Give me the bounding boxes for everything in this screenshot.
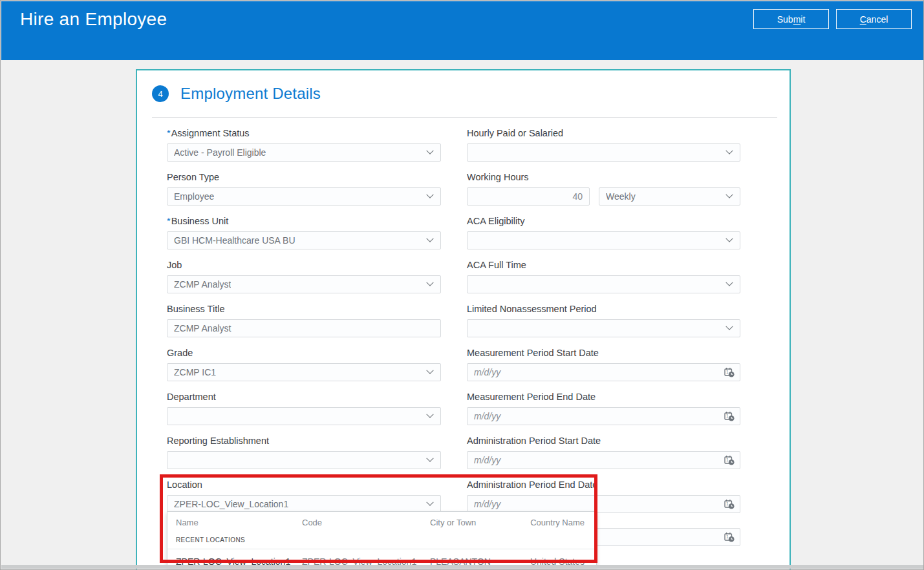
field-business-unit: *Business Unit GBI HCM-Healthcare USA BU [167,216,441,260]
grade-label: Grade [167,348,441,359]
department-label: Department [167,392,441,403]
business-unit-label: *Business Unit [167,216,441,227]
column-city-or-town: City or Town [430,518,527,527]
job-select[interactable]: ZCMP Analyst [167,275,441,293]
working-hours-input[interactable] [467,187,590,206]
column-country-name: Country Name [527,518,585,527]
measurement-period-start-date-label: Measurement Period Start Date [467,348,740,359]
job-label: Job [167,260,441,271]
hourly-paid-or-salaried-select[interactable] [467,143,740,162]
location-dropdown: Name Code City or Town Country Name RECE… [167,511,597,567]
field-reporting-establishment: Reporting Establishment [167,436,441,480]
section-divider [152,117,777,118]
hourly-paid-or-salaried-label: Hourly Paid or Salaried [467,128,740,139]
chevron-down-icon [426,411,433,418]
aca-full-time-select[interactable] [467,275,740,293]
submit-button[interactable]: Submit [753,9,829,29]
location-dropdown-header: Name Code City or Town Country Name [167,512,596,532]
field-hourly-paid-or-salaried: Hourly Paid or Salaried [467,128,740,172]
grade-select[interactable]: ZCMP IC1 [167,363,441,381]
business-title-input[interactable] [167,319,441,337]
business-unit-select[interactable]: GBI HCM-Healthcare USA BU [167,231,441,249]
location-select[interactable]: ZPER-LOC_View_Location1 [167,495,441,513]
person-type-select[interactable]: Employee [167,187,441,206]
limited-nonassessment-period-select[interactable] [467,319,740,337]
aca-full-time-label: ACA Full Time [467,260,740,271]
field-aca-full-time: ACA Full Time [467,260,740,304]
required-marker: * [167,128,171,138]
chevron-down-icon [426,235,433,242]
calendar-icon[interactable]: 1 [724,366,735,378]
field-job: Job ZCMP Analyst [167,260,441,304]
cancel-button[interactable]: Cancel [836,9,912,29]
field-assignment-status: *Assignment Status Active - Payroll Elig… [167,128,441,172]
field-measurement-period-start-date: Measurement Period Start Date 1 [467,348,740,392]
chevron-down-icon [426,191,433,198]
chevron-down-icon [426,499,433,506]
column-code: Code [302,518,430,527]
calendar-icon[interactable]: 1 [724,454,735,466]
working-hours-label: Working Hours [467,172,740,183]
required-marker: * [167,216,171,226]
hire-an-employee-page: Hire an Employee Submit Cancel 4 Employm… [0,0,924,570]
page-title: Hire an Employee [20,9,167,30]
department-select[interactable] [167,407,441,425]
limited-nonassessment-period-label: Limited Nonassessment Period [467,304,740,315]
chevron-down-icon [426,147,433,154]
calendar-icon[interactable]: 1 [724,498,735,510]
location-label: Location [167,480,441,491]
measurement-period-end-date-label: Measurement Period End Date [467,392,740,403]
chevron-down-icon [426,279,433,286]
working-hours-frequency-select[interactable]: Weekly [599,187,740,206]
field-person-type: Person Type Employee [167,172,441,216]
assignment-status-value: Active - Payroll Eligible [174,147,266,158]
bottom-scrollbar[interactable] [1,565,924,569]
svg-text:1: 1 [726,458,729,462]
assignment-status-select[interactable]: Active - Payroll Eligible [167,143,441,162]
measurement-period-end-date-input[interactable] [467,407,740,425]
field-department: Department [167,392,441,436]
aca-eligibility-label: ACA Eligibility [467,216,740,227]
calendar-icon[interactable]: 1 [724,410,735,422]
chevron-down-icon [426,455,433,462]
field-limited-nonassessment-period: Limited Nonassessment Period [467,304,740,348]
page-header: Hire an Employee Submit Cancel [1,1,924,60]
chevron-down-icon [725,323,733,330]
chevron-down-icon [725,147,733,154]
column-name: Name [176,518,302,527]
reporting-establishment-select[interactable] [167,451,441,469]
assignment-status-label: *Assignment Status [167,128,441,139]
section-title: Employment Details [180,85,321,103]
person-type-label: Person Type [167,172,441,183]
business-title-label: Business Title [167,304,441,315]
field-business-title: Business Title [167,304,441,348]
svg-text:1: 1 [726,414,729,418]
svg-text:1: 1 [726,501,729,506]
aca-eligibility-select[interactable] [467,231,740,249]
administration-period-end-date-label: Administration Period End Date [467,480,740,491]
measurement-period-start-date-input[interactable] [467,363,740,381]
chevron-down-icon [725,279,733,286]
chevron-down-icon [725,191,733,198]
section-header: 4 Employment Details [152,83,321,104]
recent-locations-group-label: RECENT LOCATIONS [167,532,596,549]
step-number-badge: 4 [152,85,169,102]
svg-text:1: 1 [726,370,729,374]
employment-details-panel: 4 Employment Details *Assignment Status … [136,69,791,570]
location-option-row[interactable]: ZPER-LOC_View_Location1 ZPER-LOC_View_Lo… [167,549,596,567]
field-grade: Grade ZCMP IC1 [167,348,441,392]
field-aca-eligibility: ACA Eligibility [467,216,740,260]
chevron-down-icon [725,235,733,242]
chevron-down-icon [426,367,433,374]
svg-text:1: 1 [726,534,729,539]
field-administration-period-start-date: Administration Period Start Date 1 [467,436,740,480]
field-working-hours: Working Hours Weekly [467,172,740,216]
employment-details-form: *Assignment Status Active - Payroll Elig… [167,128,740,567]
field-measurement-period-end-date: Measurement Period End Date 1 [467,392,740,436]
administration-period-end-date-input[interactable] [467,495,740,513]
reporting-establishment-label: Reporting Establishment [167,436,441,447]
administration-period-start-date-input[interactable] [467,451,740,469]
calendar-icon[interactable]: 1 [724,531,735,543]
administration-period-start-date-label: Administration Period Start Date [467,436,740,447]
